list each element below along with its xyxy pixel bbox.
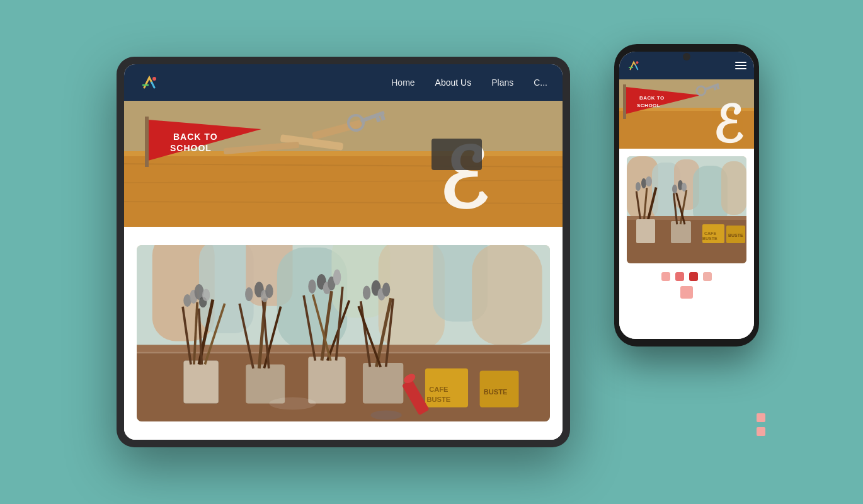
svg-text:SCHOOL: SCHOOL — [637, 103, 660, 108]
phone-extra-dot — [680, 286, 693, 299]
phone-art-svg: CAFE BUSTE BUSTE — [627, 156, 746, 263]
svg-text:BACK TO: BACK TO — [639, 95, 665, 101]
tablet-screen: Home About Us Plans C... — [124, 64, 563, 440]
pagination-dots — [661, 272, 712, 281]
svg-point-64 — [308, 280, 316, 294]
hamburger-line-3 — [735, 68, 746, 69]
phone-hero-image: BACK TO SCHOOL ℰ — [619, 79, 754, 149]
pagination-dot-3[interactable] — [689, 272, 698, 281]
svg-point-113 — [672, 185, 677, 193]
pagination-dot-1[interactable] — [661, 272, 670, 281]
svg-point-81 — [636, 61, 639, 64]
svg-point-50 — [202, 289, 210, 301]
tablet-logo — [139, 72, 159, 93]
svg-text:BUSTE: BUSTE — [426, 396, 450, 403]
nav-link-plans[interactable]: Plans — [491, 77, 513, 88]
hamburger-line-1 — [735, 62, 746, 63]
main-scene: Home About Us Plans C... — [85, 25, 778, 479]
phone-content: CAFE BUSTE BUSTE — [619, 149, 754, 339]
svg-point-76 — [382, 283, 390, 297]
svg-rect-2 — [124, 151, 563, 227]
tablet-nav-links: Home About Us Plans C... — [391, 77, 547, 88]
hamburger-line-2 — [735, 65, 746, 66]
svg-rect-32 — [183, 360, 219, 403]
deco-dot-1 — [757, 413, 765, 422]
pagination-dot-4[interactable] — [703, 272, 712, 281]
svg-rect-34 — [308, 357, 345, 403]
svg-point-73 — [363, 285, 370, 299]
hero-svg: BACK TO SCHOOL ℰ — [124, 101, 563, 227]
tablet-hero-image: BACK TO SCHOOL ℰ — [124, 101, 563, 227]
svg-text:BUSTE: BUSTE — [484, 388, 508, 396]
svg-point-80 — [370, 411, 402, 420]
art-scene-svg: CAFE BUSTE BUSTE — [137, 245, 550, 421]
svg-point-0 — [152, 77, 156, 81]
svg-text:BUSTE: BUSTE — [702, 236, 717, 241]
svg-point-58 — [265, 284, 273, 298]
svg-text:BUSTE: BUSTE — [728, 233, 743, 238]
phone-logo-icon — [627, 59, 641, 72]
svg-rect-28 — [472, 245, 542, 345]
tablet-content: CAFE BUSTE BUSTE — [124, 227, 563, 440]
svg-rect-33 — [246, 365, 285, 404]
nav-link-about[interactable]: About Us — [435, 77, 472, 88]
svg-text:CAFE: CAFE — [429, 386, 448, 393]
nav-link-home[interactable]: Home — [391, 77, 414, 88]
nav-link-more[interactable]: C... — [534, 77, 547, 88]
phone-hero-svg: BACK TO SCHOOL ℰ — [619, 79, 754, 149]
phone-device: BACK TO SCHOOL ℰ — [614, 44, 759, 346]
svg-rect-30 — [137, 345, 550, 353]
pagination-dot-2[interactable] — [675, 272, 684, 281]
svg-point-55 — [245, 287, 253, 301]
hamburger-menu-icon[interactable] — [735, 62, 746, 69]
phone-screen: BACK TO SCHOOL ℰ — [619, 52, 754, 339]
decorative-dots — [757, 413, 765, 441]
svg-point-79 — [269, 397, 316, 410]
svg-rect-19 — [432, 139, 482, 170]
svg-text:CAFE: CAFE — [704, 231, 716, 236]
svg-rect-109 — [671, 221, 691, 243]
svg-point-115 — [682, 183, 687, 192]
tablet-art-image: CAFE BUSTE BUSTE — [137, 245, 550, 421]
phone-extra-content — [627, 286, 746, 299]
deco-dot-2 — [757, 427, 765, 436]
svg-text:BACK TO: BACK TO — [173, 132, 218, 142]
svg-rect-99 — [721, 161, 746, 215]
svg-rect-8 — [145, 117, 149, 167]
phone-camera — [683, 53, 690, 60]
tablet-device: Home About Us Plans C... — [117, 57, 570, 447]
svg-point-105 — [636, 182, 641, 191]
svg-rect-35 — [363, 363, 403, 403]
logo-icon — [139, 72, 159, 93]
svg-rect-86 — [623, 84, 626, 119]
svg-text:SCHOOL: SCHOOL — [170, 143, 212, 153]
svg-rect-108 — [636, 219, 655, 243]
svg-point-107 — [646, 176, 652, 186]
svg-point-106 — [641, 178, 646, 188]
tablet-nav: Home About Us Plans C... — [124, 64, 563, 101]
phone-art-image: CAFE BUSTE BUSTE — [627, 156, 746, 263]
svg-point-68 — [333, 270, 341, 285]
svg-text:ℰ: ℰ — [712, 98, 743, 149]
